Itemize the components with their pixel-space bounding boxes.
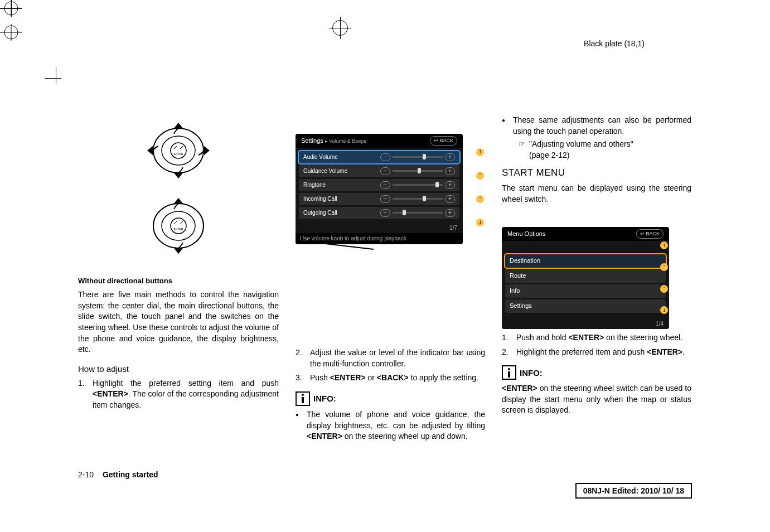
how-to-adjust-heading: How to adjust [78,363,279,375]
reference-line: ☞ "Adjusting volume and others" (page 2-… [502,139,691,161]
column-2: Settings ▸ Volume & Beeps ↩ BACK Audio V… [296,112,485,442]
menu-ss-page-indicator: 1/4 [502,320,669,329]
enter-key-ref: <ENTER> [330,373,366,382]
info-bullet-top: ● These same adjustments can also be per… [502,115,691,137]
menu-row-route[interactable]: Route [505,269,666,283]
step-3: 3. Push <ENTER> or <BACK> to apply the s… [296,373,485,384]
menu-ss-title: Menu Options [507,230,545,238]
svg-text:ENTER: ENTER [174,228,183,231]
crop-mark [45,67,67,89]
back-button[interactable]: ↩ BACK [430,136,457,146]
hand-pointer-icon: ☞ [519,139,526,150]
step-1: 1. Highlight the preferred setting item … [78,378,279,411]
edit-info-box: 08NJ-N Edited: 2010/ 10/ 18 [575,483,692,499]
page: Black plate (18,1) ENTER [0,0,770,532]
settings-row-outgoing-call[interactable]: Outgoing Call −+ [299,207,459,219]
menu-ss-scroll: ⤒ ˄ ˅ ⤓ [660,241,668,314]
info-callout: INFO: [296,391,485,406]
enter-key-ref: <ENTER> [307,432,342,441]
info-label: INFO: [520,367,543,379]
column-1: ENTER ENTER Without [78,112,279,442]
start-step-2: 2. Highlight the preferred item and push… [502,347,691,358]
info-label: INFO: [313,393,336,404]
back-button[interactable]: ↩ BACK [636,229,664,239]
settings-row-guidance-volume[interactable]: Guidance Volume −+ [299,165,459,177]
start-menu-heading: START MENU [502,166,691,180]
scroll-bottom-icon[interactable]: ⤓ [660,306,668,314]
info-callout-2: INFO: [502,365,691,380]
scroll-top-icon[interactable]: ⤒ [660,241,668,249]
registration-mark [329,17,351,39]
settings-screenshot: Settings ▸ Volume & Beeps ↩ BACK Audio V… [296,134,485,244]
menu-options-screenshot: Menu Options ↩ BACK Destination Route In… [502,227,669,329]
back-key-ref: <BACK> [377,373,409,382]
info-icon [502,365,516,380]
section-title: Getting started [103,470,158,479]
scroll-top-icon[interactable]: ⤒ [476,148,484,156]
step-1-text-a: Highlight the preferred setting item and… [93,379,279,388]
content-columns: ENTER ENTER Without [78,112,691,442]
scroll-up-icon[interactable]: ˄ [660,263,668,271]
svg-text:ENTER: ENTER [174,152,183,156]
crop-mark-right [0,24,770,48]
dial-illustration-1: ENTER [139,117,217,184]
info-bullet-1: ● The volume of phone and voice guidance… [296,409,485,442]
menu-row-destination[interactable]: Destination [505,254,666,268]
dial-illustration-2: ENTER [139,192,217,259]
svg-point-12 [171,218,186,234]
svg-point-10 [153,204,204,248]
crop-mark-left [0,0,770,24]
ss-breadcrumb: Volume & Beeps [329,138,366,144]
ss-footer-text: Use volume knob to adjust during playbac… [300,235,406,243]
plate-label: Black plate (18,1) [584,39,645,48]
scroll-bottom-icon[interactable]: ⤓ [476,219,484,226]
svg-point-7 [162,136,195,165]
step-2: 2. Adjust the value or level of the indi… [296,347,485,369]
enter-key-ref: <ENTER> [568,333,604,342]
svg-point-11 [162,211,195,240]
settings-row-audio-volume[interactable]: Audio Volume −+ [299,151,459,163]
ss-title: Settings [301,137,323,144]
intro-paragraph: There are five main methods to control t… [78,289,279,355]
ss-page-indicator: 1/7 [296,224,463,233]
ss-scroll: ⤒ ˄ ˅ ⤓ [476,148,484,226]
menu-row-settings[interactable]: Settings [505,299,666,313]
scroll-down-icon[interactable]: ˅ [476,195,484,203]
scroll-down-icon[interactable]: ˅ [660,285,668,293]
enter-key-ref: <ENTER> [502,384,537,393]
info-icon [296,391,310,406]
start-step-1: 1. Push and hold <ENTER> on the steering… [502,332,691,344]
settings-row-incoming-call[interactable]: Incoming Call −+ [299,193,459,205]
menu-row-info[interactable]: Info [505,284,666,298]
caption-without-buttons: Without directional buttons [78,276,279,286]
svg-point-8 [171,143,186,158]
page-footer: 2-10 Getting started [78,470,158,479]
enter-key-ref: <ENTER> [93,389,128,398]
info-2-text: <ENTER> on the steering wheel switch can… [502,383,691,416]
scroll-up-icon[interactable]: ˄ [476,172,484,180]
enter-key-ref: <ENTER> [647,347,682,356]
page-number: 2-10 [78,470,94,479]
settings-row-ringtone[interactable]: Ringtone −+ [299,179,459,191]
column-3: ● These same adjustments can also be per… [502,112,691,442]
start-menu-para: The start menu can be displayed using th… [502,183,691,205]
svg-point-6 [153,128,204,173]
